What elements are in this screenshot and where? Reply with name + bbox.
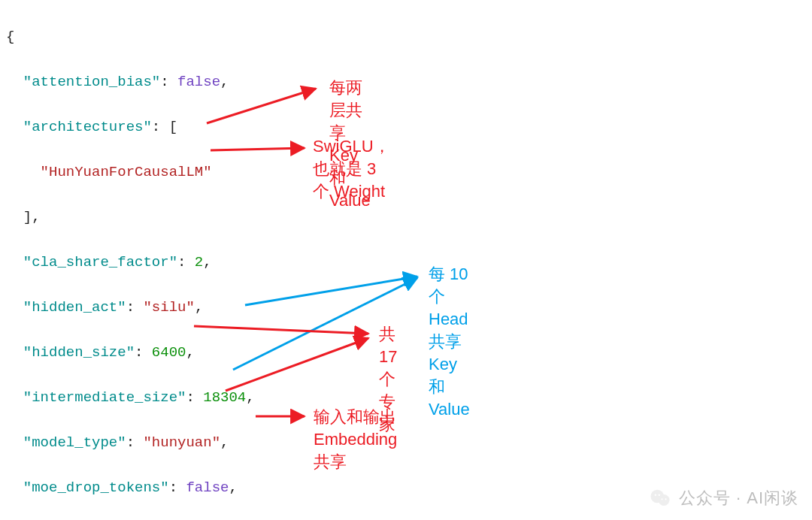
wechat-icon (649, 487, 671, 509)
val-intermediate-size: 18304 (203, 389, 246, 406)
val-hidden-act: silu (152, 299, 186, 316)
val-cla-share-factor: 2 (195, 254, 203, 271)
watermark: 公众号 · AI闲谈 (649, 487, 798, 509)
watermark-text: 公众号 · AI闲谈 (679, 487, 798, 509)
annotation-hidden-act: SwiGLU，也就是 3 个 Weight (313, 135, 390, 203)
val-architectures-0: HunYuanForCausalLM (49, 164, 203, 180)
svg-point-9 (654, 494, 656, 496)
val-model-type: hunyuan (152, 434, 212, 451)
val-hidden-size: 6400 (152, 344, 186, 361)
svg-point-12 (665, 498, 666, 500)
val-moe-drop-tokens: false (186, 479, 229, 496)
svg-point-11 (661, 498, 662, 500)
svg-point-8 (658, 494, 669, 506)
annotation-kv-heads: 每 10 个 Head 共享 Key 和 Value (429, 263, 470, 421)
annotation-tie-embeddings: 输入和输出 Embedding 共享 (314, 406, 397, 473)
brace-open: { (6, 29, 14, 45)
svg-point-10 (658, 494, 660, 496)
val-attention-bias: false (177, 74, 220, 90)
